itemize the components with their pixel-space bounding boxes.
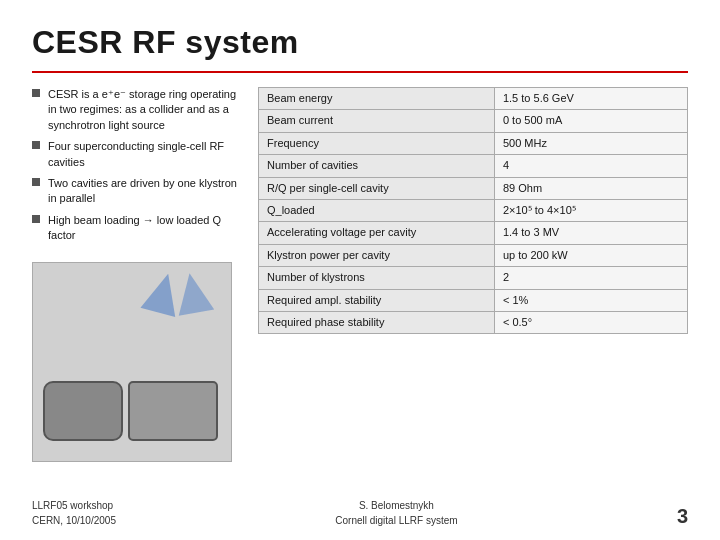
bullet-item: CESR is a e⁺e⁻ storage ring operating in… xyxy=(32,87,242,133)
footer-center: S. Belomestnykh Cornell digital LLRF sys… xyxy=(335,498,457,528)
table-cell-label: R/Q per single-cell cavity xyxy=(259,177,495,199)
table-cell-value: < 0.5° xyxy=(494,311,687,333)
bullet-list: CESR is a e⁺e⁻ storage ring operating in… xyxy=(32,87,242,244)
bullet-square-icon xyxy=(32,141,40,149)
table-row: Klystron power per cavityup to 200 kW xyxy=(259,244,688,266)
left-panel: CESR is a e⁺e⁻ storage ring operating in… xyxy=(32,87,242,462)
footer-author: S. Belomestnykh xyxy=(335,498,457,513)
table-cell-value: 1.5 to 5.6 GeV xyxy=(494,88,687,110)
table-cell-label: Required ampl. stability xyxy=(259,289,495,311)
table-cell-label: Number of klystrons xyxy=(259,267,495,289)
table-cell-label: Number of cavities xyxy=(259,155,495,177)
rf-image xyxy=(32,262,232,462)
table-cell-label: Beam energy xyxy=(259,88,495,110)
table-cell-value: 2 xyxy=(494,267,687,289)
bullet-text: High beam loading → low loaded Q factor xyxy=(48,213,242,244)
bullet-item: High beam loading → low loaded Q factor xyxy=(32,213,242,244)
table-cell-value: 4 xyxy=(494,155,687,177)
table-cell-value: up to 200 kW xyxy=(494,244,687,266)
title-divider xyxy=(32,71,688,73)
machine-part-1 xyxy=(43,381,123,441)
slide: CESR RF system CESR is a e⁺e⁻ storage ri… xyxy=(0,0,720,540)
table-row: Number of klystrons2 xyxy=(259,267,688,289)
table-row: Required ampl. stability< 1% xyxy=(259,289,688,311)
table-cell-value: 0 to 500 mA xyxy=(494,110,687,132)
footer: LLRF05 workshop CERN, 10/10/2005 S. Belo… xyxy=(32,498,688,528)
bullet-item: Two cavities are driven by one klystron … xyxy=(32,176,242,207)
bullet-text: CESR is a e⁺e⁻ storage ring operating in… xyxy=(48,87,242,133)
table-cell-label: Required phase stability xyxy=(259,311,495,333)
table-cell-value: 500 MHz xyxy=(494,132,687,154)
footer-system: Cornell digital LLRF system xyxy=(335,513,457,528)
bullet-square-icon xyxy=(32,178,40,186)
specs-table: Beam energy1.5 to 5.6 GeVBeam current0 t… xyxy=(258,87,688,334)
table-row: Beam energy1.5 to 5.6 GeV xyxy=(259,88,688,110)
table-cell-label: Accelerating voltage per cavity xyxy=(259,222,495,244)
footer-left: LLRF05 workshop CERN, 10/10/2005 xyxy=(32,498,116,528)
footer-page-number: 3 xyxy=(677,505,688,528)
bullet-square-icon xyxy=(32,215,40,223)
table-row: Frequency500 MHz xyxy=(259,132,688,154)
table-row: Beam current0 to 500 mA xyxy=(259,110,688,132)
footer-date: CERN, 10/10/2005 xyxy=(32,513,116,528)
table-cell-label: Q_loaded xyxy=(259,199,495,221)
machine-part-2 xyxy=(128,381,218,441)
table-row: Q_loaded2×10⁵ to 4×10⁵ xyxy=(259,199,688,221)
table-cell-label: Beam current xyxy=(259,110,495,132)
table-row: Required phase stability< 0.5° xyxy=(259,311,688,333)
content-area: CESR is a e⁺e⁻ storage ring operating in… xyxy=(32,87,688,462)
arrow-icon-2 xyxy=(172,270,214,316)
footer-workshop: LLRF05 workshop xyxy=(32,498,116,513)
table-row: Number of cavities4 xyxy=(259,155,688,177)
right-panel: Beam energy1.5 to 5.6 GeVBeam current0 t… xyxy=(258,87,688,462)
table-cell-label: Frequency xyxy=(259,132,495,154)
table-row: R/Q per single-cell cavity89 Ohm xyxy=(259,177,688,199)
table-cell-value: 89 Ohm xyxy=(494,177,687,199)
table-cell-value: 1.4 to 3 MV xyxy=(494,222,687,244)
table-cell-label: Klystron power per cavity xyxy=(259,244,495,266)
bullet-item: Four superconducting single-cell RF cavi… xyxy=(32,139,242,170)
table-cell-value: < 1% xyxy=(494,289,687,311)
table-row: Accelerating voltage per cavity1.4 to 3 … xyxy=(259,222,688,244)
bullet-square-icon xyxy=(32,89,40,97)
table-cell-value: 2×10⁵ to 4×10⁵ xyxy=(494,199,687,221)
bullet-text: Two cavities are driven by one klystron … xyxy=(48,176,242,207)
bullet-text: Four superconducting single-cell RF cavi… xyxy=(48,139,242,170)
page-title: CESR RF system xyxy=(32,24,688,61)
